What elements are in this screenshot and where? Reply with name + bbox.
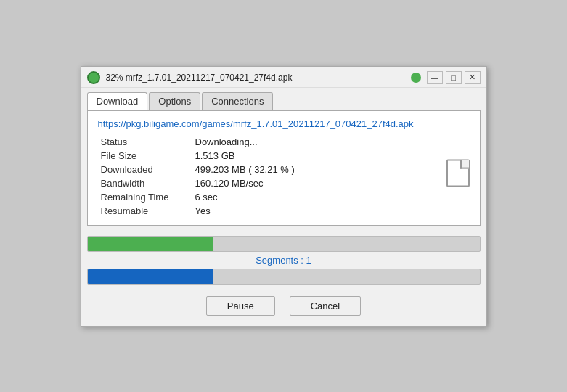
resumable-row: Resumable Yes [98,204,470,218]
remaining-value: 6 sec [192,190,470,204]
pause-button[interactable]: Pause [206,296,275,316]
downloaded-label: Downloaded [98,163,192,176]
main-progress-bar [87,236,481,252]
main-progress-fill [88,237,213,251]
tab-connections[interactable]: Connections [202,92,273,110]
download-url[interactable]: https://pkg.biligame.com/games/mrfz_1.7.… [98,118,470,129]
tab-options[interactable]: Options [149,92,200,110]
close-button[interactable]: ✕ [465,71,481,84]
app-icon [87,71,100,84]
segments-label: Segments : 1 [87,255,481,266]
window-title: 32% mrfz_1.7.01_20211217_070421_27f4d.ap… [106,73,405,83]
bandwidth-label: Bandwidth [98,176,192,190]
bandwidth-row: Bandwidth 160.120 MB/sec [98,176,470,190]
bandwidth-value: 160.120 MB/sec [192,176,470,190]
download-info-panel: https://pkg.biligame.com/games/mrfz_1.7.… [87,110,481,226]
progress-section: Segments : 1 [81,232,486,289]
segment-progress-fill [88,269,213,284]
info-table: Status Downloading... File Size 1.513 GB… [98,135,470,218]
minimize-button[interactable]: — [427,71,443,84]
downloaded-value: 499.203 MB ( 32.21 % ) [192,163,470,176]
filesize-value: 1.513 GB [192,149,470,163]
resumable-value: Yes [192,204,470,218]
resumable-label: Resumable [98,204,192,218]
downloaded-row: Downloaded 499.203 MB ( 32.21 % ) [98,163,470,176]
maximize-button[interactable]: □ [446,71,462,84]
title-bar: 32% mrfz_1.7.01_20211217_070421_27f4d.ap… [81,67,486,88]
window-controls: — □ ✕ [411,71,481,84]
segment-progress-bar [87,269,481,285]
filesize-row: File Size 1.513 GB [98,149,470,163]
file-icon [446,160,470,187]
status-value: Downloading... [192,135,470,149]
status-row: Status Downloading... [98,135,470,149]
main-window: 32% mrfz_1.7.01_20211217_070421_27f4d.ap… [81,66,487,327]
filesize-label: File Size [98,149,192,163]
remaining-row: Remaining Time 6 sec [98,190,470,204]
tab-download[interactable]: Download [87,92,148,110]
button-row: Pause Cancel [81,289,486,326]
cancel-button[interactable]: Cancel [290,296,361,316]
tab-bar: Download Options Connections [81,88,486,110]
status-label: Status [98,135,192,149]
remaining-label: Remaining Time [98,190,192,204]
status-indicator [411,73,421,83]
